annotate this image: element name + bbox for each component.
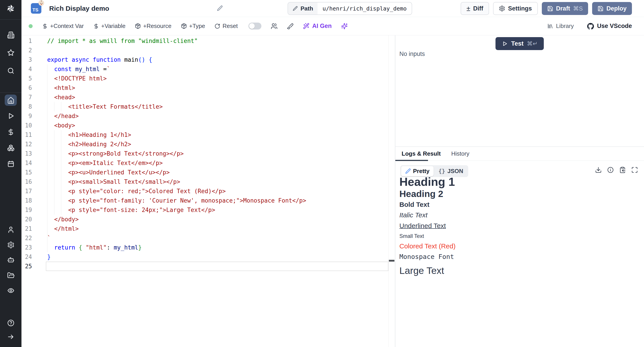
- line-number[interactable]: 8: [22, 102, 32, 111]
- sidebar-item-audit-logs[interactable]: [6, 286, 16, 295]
- line-number[interactable]: 4: [22, 64, 32, 74]
- line-number[interactable]: 14: [22, 158, 32, 168]
- line-number[interactable]: 18: [22, 196, 32, 205]
- sidebar-item-resources[interactable]: [6, 143, 16, 153]
- line-number[interactable]: 21: [22, 224, 32, 234]
- code-line[interactable]: const my_html =`: [47, 64, 110, 74]
- code-line[interactable]: <title>Text Formats</title>: [47, 102, 163, 111]
- tab-history[interactable]: History: [451, 147, 469, 161]
- code-line[interactable]: }: [47, 252, 51, 262]
- code-line[interactable]: </html>: [47, 224, 79, 234]
- code-line[interactable]: <p style="font-family: 'Courier New', mo…: [47, 196, 306, 205]
- sidebar-item-runs[interactable]: [6, 111, 16, 121]
- line-number[interactable]: 13: [22, 149, 32, 158]
- code-line[interactable]: <p><strong>Bold Text</strong></p>: [47, 149, 184, 158]
- code-line[interactable]: <p style="font-size: 24px;">Large Text</…: [47, 205, 215, 215]
- line-number[interactable]: 25: [22, 262, 32, 271]
- bot-icon: [7, 256, 14, 264]
- line-number[interactable]: 15: [22, 168, 32, 177]
- settings-button[interactable]: Settings: [493, 2, 538, 15]
- diff-button[interactable]: ± Diff: [461, 2, 489, 15]
- line-number[interactable]: 23: [22, 243, 32, 252]
- ai-gen-button[interactable]: AI Gen: [303, 22, 332, 30]
- line-number[interactable]: 17: [22, 186, 32, 196]
- ai-sparkles-button[interactable]: [341, 23, 348, 30]
- library-button[interactable]: Library: [547, 22, 574, 30]
- line-number[interactable]: 22: [22, 234, 32, 243]
- sidebar-item-folders[interactable]: [6, 270, 16, 280]
- draft-shortcut: ⌘S: [573, 5, 583, 12]
- line-number[interactable]: 9: [22, 111, 32, 121]
- code-line[interactable]: <!DOCTYPE html>: [47, 74, 107, 83]
- code-line[interactable]: <p><u>Underlined Text</u></p>: [47, 168, 170, 177]
- tab-logs-result[interactable]: Logs & Result: [402, 147, 441, 161]
- deploy-button[interactable]: Deploy: [592, 2, 632, 15]
- code-line[interactable]: </head>: [47, 111, 79, 121]
- json-label: JSON: [448, 168, 463, 174]
- sidebar-item-search[interactable]: [6, 66, 16, 76]
- code-line[interactable]: <p style="color: red;">Colored Text (Red…: [47, 186, 226, 196]
- folder-open-icon: [7, 272, 14, 279]
- code-line[interactable]: </body>: [47, 215, 79, 224]
- view-pretty[interactable]: Pretty: [401, 166, 434, 176]
- view-json[interactable]: {} JSON: [434, 166, 467, 176]
- line-number[interactable]: 12: [22, 140, 32, 149]
- edit-summary-pencil-icon[interactable]: [217, 5, 223, 12]
- path-value[interactable]: u/henri/rich_display_demo: [318, 2, 412, 14]
- boxes-icon: [7, 144, 14, 152]
- code-line[interactable]: <p><small>Small Text</small></p>: [47, 177, 180, 186]
- sidebar-item-help[interactable]: [6, 318, 16, 328]
- result-info-button[interactable]: [607, 166, 614, 174]
- code-line[interactable]: <head>: [47, 92, 75, 102]
- sidebar-collapse-toggle[interactable]: [6, 332, 16, 342]
- assistant-toggle[interactable]: [248, 22, 262, 30]
- line-number[interactable]: 6: [22, 83, 32, 92]
- code-line[interactable]: // import * as wmill from "windmill-clie…: [47, 36, 198, 46]
- sidebar-item-favorites[interactable]: [6, 48, 16, 58]
- line-number[interactable]: 2: [22, 46, 32, 55]
- code-line[interactable]: <h2>Heading 2</h2>: [47, 140, 131, 149]
- line-number[interactable]: 5: [22, 74, 32, 83]
- line-number[interactable]: 20: [22, 215, 32, 224]
- add-context-var-button[interactable]: +Context Var: [42, 22, 84, 30]
- format-button[interactable]: [287, 23, 294, 30]
- line-number[interactable]: 19: [22, 205, 32, 215]
- line-number[interactable]: 1: [22, 36, 32, 46]
- draft-button[interactable]: Draft ⌘S: [542, 2, 588, 15]
- code-line[interactable]: export async function main() {: [47, 55, 152, 64]
- code-editor[interactable]: 1234567891011121314151617181920212223242…: [22, 35, 388, 347]
- line-number[interactable]: 3: [22, 55, 32, 64]
- line-number[interactable]: 10: [22, 121, 32, 130]
- arrow-right-icon: [7, 333, 14, 340]
- test-button[interactable]: Test ⌘↵: [496, 37, 544, 50]
- code-line[interactable]: `: [47, 234, 51, 243]
- sidebar-item-workspace[interactable]: [6, 30, 16, 40]
- add-type-button[interactable]: +Type: [181, 22, 205, 30]
- add-resource-button[interactable]: +Resource: [135, 22, 171, 30]
- editor-scrollbar-gutter[interactable]: [388, 35, 389, 347]
- code-line[interactable]: <body>: [47, 121, 75, 130]
- sidebar-item-workers[interactable]: [6, 255, 16, 265]
- sidebar-item-users[interactable]: [6, 225, 16, 234]
- line-number[interactable]: 11: [22, 130, 32, 140]
- use-vscode-button[interactable]: Use VScode: [587, 22, 632, 30]
- copy-result-button[interactable]: [619, 166, 626, 174]
- download-result-button[interactable]: [595, 166, 602, 174]
- sidebar-item-home[interactable]: [5, 94, 17, 106]
- expand-result-button[interactable]: [631, 166, 638, 174]
- sidebar-item-schedules[interactable]: [6, 159, 16, 169]
- line-number[interactable]: 24: [22, 252, 32, 262]
- line-number[interactable]: 16: [22, 177, 32, 186]
- multiplayer-button[interactable]: [271, 23, 278, 30]
- line-number[interactable]: 7: [22, 92, 32, 102]
- add-variable-button[interactable]: +Variable: [93, 22, 126, 30]
- windmill-logo[interactable]: [6, 4, 16, 14]
- sidebar-item-settings[interactable]: [6, 240, 16, 250]
- code-line[interactable]: <html>: [47, 83, 75, 92]
- code-line[interactable]: return { "html": my_html}: [47, 243, 142, 252]
- sidebar-item-variables[interactable]: [6, 127, 16, 137]
- path-input[interactable]: Path u/henri/rich_display_demo: [288, 2, 412, 15]
- code-line[interactable]: <h1>Heading 1</h1>: [47, 130, 131, 140]
- code-line[interactable]: <p><em>Italic Text</em></p>: [47, 158, 163, 168]
- reset-button[interactable]: Reset: [214, 22, 238, 30]
